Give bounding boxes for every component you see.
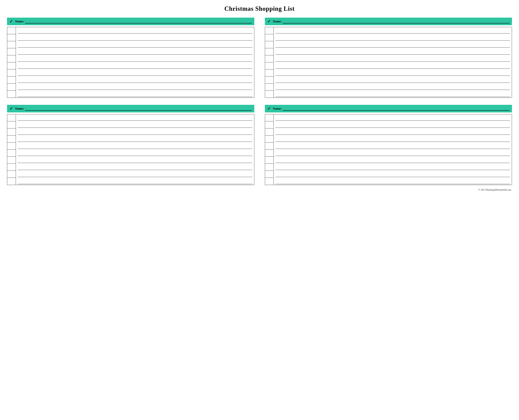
line-row <box>18 135 252 142</box>
checkbox-cell <box>265 171 273 178</box>
page-title: Christmas Shopping List <box>7 5 512 12</box>
line-row <box>275 121 510 128</box>
checkmark-icon: ✓ <box>9 19 13 24</box>
checkbox-cell <box>7 27 16 34</box>
line-row <box>18 55 252 62</box>
line-row <box>275 62 510 69</box>
name-label: Name: <box>273 107 282 111</box>
checkbox-cell <box>265 76 273 83</box>
items-container-4 <box>265 114 512 185</box>
line-row <box>18 150 252 157</box>
name-underline <box>25 107 252 111</box>
checkbox-cell <box>7 76 16 83</box>
line-row <box>275 41 510 48</box>
name-label: Name: <box>15 20 24 23</box>
checkbox-cell <box>265 150 273 157</box>
checkbox-cell <box>7 128 16 135</box>
line-row <box>275 171 510 178</box>
checkbox-cell <box>7 164 16 171</box>
checkbox-cell <box>265 178 273 185</box>
checkbox-cell <box>265 121 273 128</box>
checkbox-cell <box>265 90 273 98</box>
lines-col <box>16 27 254 98</box>
checkbox-cell <box>7 150 16 157</box>
line-row <box>275 90 510 98</box>
checkbox-cell <box>7 83 16 90</box>
checkbox-cell <box>265 48 273 55</box>
line-row <box>275 164 510 171</box>
list-section-3: ✓Name: <box>7 105 254 185</box>
checkbox-cell <box>7 142 16 150</box>
checkbox-cell <box>265 114 273 121</box>
checkbox-cell <box>265 142 273 150</box>
line-row <box>18 178 252 185</box>
name-label: Name: <box>273 20 282 23</box>
line-row <box>18 171 252 178</box>
checkmark-icon: ✓ <box>267 106 271 111</box>
line-row <box>18 164 252 171</box>
checkmark-icon: ✓ <box>267 19 271 24</box>
checkbox-cell <box>265 128 273 135</box>
line-row <box>275 76 510 83</box>
list-section-1: ✓Name: <box>7 18 254 98</box>
line-row <box>18 157 252 164</box>
line-row <box>275 135 510 142</box>
checkbox-cell <box>7 114 16 121</box>
line-row <box>18 34 252 41</box>
line-row <box>275 150 510 157</box>
line-row <box>275 69 510 76</box>
line-row <box>275 114 510 121</box>
lines-col <box>274 114 512 185</box>
checkbox-cell <box>7 62 16 69</box>
name-label: Name: <box>15 107 24 111</box>
checkbox-cell <box>7 69 16 76</box>
line-row <box>275 142 510 150</box>
line-row <box>18 69 252 76</box>
line-row <box>18 62 252 69</box>
line-row <box>275 83 510 90</box>
checkbox-cell <box>265 69 273 76</box>
checkbox-cell <box>265 135 273 142</box>
line-row <box>18 114 252 121</box>
line-row <box>18 27 252 34</box>
items-container-3 <box>7 114 254 185</box>
shopping-grid: ✓Name:✓Name:✓Name:✓Name: <box>7 18 512 185</box>
line-row <box>18 142 252 150</box>
line-row <box>275 34 510 41</box>
name-header-4: ✓Name: <box>265 105 512 112</box>
name-header-3: ✓Name: <box>7 105 254 112</box>
name-underline <box>25 20 252 23</box>
checkbox-col <box>7 27 16 98</box>
checkbox-col <box>265 27 274 98</box>
checkbox-cell <box>265 157 273 164</box>
line-row <box>18 121 252 128</box>
line-row <box>18 90 252 98</box>
line-row <box>18 76 252 83</box>
lines-col <box>274 27 512 98</box>
name-header-1: ✓Name: <box>7 18 254 25</box>
name-underline <box>283 20 510 23</box>
checkbox-cell <box>265 41 273 48</box>
checkbox-cell <box>7 90 16 98</box>
name-underline <box>283 107 510 111</box>
footer-text: © 2013 RunningAHousehold.com <box>7 188 512 191</box>
checkbox-cell <box>7 34 16 41</box>
line-row <box>275 128 510 135</box>
checkbox-cell <box>265 55 273 62</box>
name-header-2: ✓Name: <box>265 18 512 25</box>
checkbox-cell <box>265 34 273 41</box>
line-row <box>275 27 510 34</box>
checkbox-cell <box>265 27 273 34</box>
line-row <box>275 157 510 164</box>
line-row <box>18 48 252 55</box>
line-row <box>275 178 510 185</box>
checkbox-cell <box>265 164 273 171</box>
checkbox-cell <box>7 41 16 48</box>
checkbox-cell <box>265 62 273 69</box>
list-section-4: ✓Name: <box>265 105 512 185</box>
line-row <box>18 83 252 90</box>
checkbox-cell <box>7 121 16 128</box>
line-row <box>275 55 510 62</box>
checkbox-cell <box>7 157 16 164</box>
checkbox-cell <box>265 83 273 90</box>
